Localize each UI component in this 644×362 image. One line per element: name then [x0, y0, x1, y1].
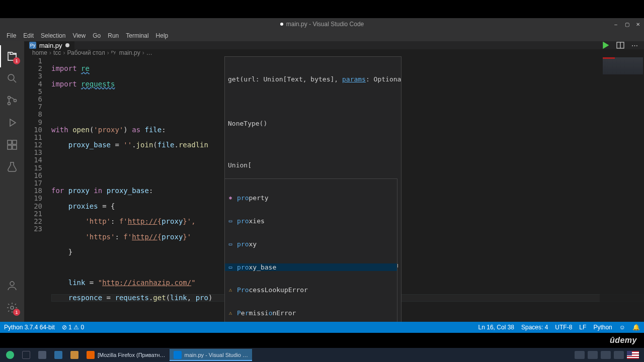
taskbar-folder[interactable] [66, 349, 83, 361]
autocomplete-item[interactable]: ⚠PermissionError [225, 309, 397, 317]
minimap[interactable] [600, 56, 644, 322]
activity-search-icon[interactable] [0, 67, 24, 89]
activity-account-icon[interactable] [0, 275, 24, 297]
status-language[interactable]: Python [593, 324, 612, 331]
python-file-icon: Py [29, 42, 36, 49]
svg-rect-5 [13, 140, 17, 144]
svg-rect-4 [8, 140, 12, 144]
autocomplete-item[interactable]: ▭proxy [225, 240, 397, 248]
editor-tabs: Py main.py ⋯ [24, 41, 644, 49]
run-button[interactable] [601, 41, 609, 49]
autocomplete-item[interactable]: ▭proxies [225, 217, 397, 225]
more-actions-button[interactable]: ⋯ [631, 42, 638, 49]
activity-debug-icon[interactable] [0, 112, 24, 134]
window-close-button[interactable]: ✕ [635, 21, 641, 27]
status-indentation[interactable]: Spaces: 4 [521, 324, 548, 331]
breadcrumbs[interactable]: home› tcc› Рабочий стол› Py main.py› … [24, 49, 644, 56]
python-file-icon: Py [111, 50, 117, 56]
svg-point-2 [8, 103, 11, 105]
menu-help[interactable]: Help [152, 32, 172, 39]
window-title: main.py - Visual Studio Code [286, 21, 364, 28]
svg-point-1 [8, 97, 11, 99]
menu-file[interactable]: File [3, 32, 20, 39]
status-feedback-icon[interactable]: ☺ [619, 324, 625, 331]
line-gutter: 123 456 789 101112 131415 161718 192021 … [24, 56, 51, 322]
breadcrumb-item[interactable]: main.py [119, 49, 140, 56]
menu-terminal[interactable]: Terminal [122, 32, 152, 39]
menubar[interactable]: File Edit Selection View Go Run Terminal… [0, 30, 644, 41]
activity-bar: 1 1 [0, 41, 24, 322]
svg-point-9 [11, 306, 14, 309]
breadcrumb-item[interactable]: tcc [53, 49, 61, 56]
svg-rect-7 [13, 145, 17, 149]
breadcrumb-item[interactable]: Рабочий стол [67, 49, 105, 56]
split-editor-button[interactable] [616, 41, 624, 49]
svg-point-0 [8, 74, 14, 80]
taskbar-files[interactable] [50, 349, 66, 361]
menu-selection[interactable]: Selection [37, 32, 69, 39]
taskbar-firefox[interactable]: [Mozilla Firefox (Приватн… [83, 349, 170, 361]
status-problems[interactable]: ⊘ 1 ⚠ 0 [62, 324, 84, 331]
code-content[interactable]: import re import requests with open('pro… [51, 56, 644, 322]
activity-explorer-icon[interactable]: 1 [0, 45, 24, 67]
status-encoding[interactable]: UTF-8 [555, 324, 572, 331]
menu-edit[interactable]: Edit [20, 32, 37, 39]
autocomplete-item[interactable]: ⚠ProcessLookupError [225, 286, 397, 294]
status-eol[interactable]: LF [579, 324, 586, 331]
udemy-watermark: ûdemy [610, 336, 637, 345]
activity-extensions-icon[interactable] [0, 134, 24, 156]
status-notifications-icon[interactable]: 🔔 [632, 324, 640, 331]
tray-icon[interactable] [601, 351, 611, 359]
tab-dirty-icon [65, 43, 69, 47]
svg-point-3 [14, 100, 17, 102]
window-maximize-button[interactable]: ▢ [624, 21, 630, 27]
activity-settings-icon[interactable]: 1 [0, 297, 24, 319]
code-editor[interactable]: 123 456 789 101112 131415 161718 192021 … [24, 56, 644, 322]
explorer-badge: 1 [13, 57, 20, 64]
menu-go[interactable]: Go [89, 32, 104, 39]
tray-icon[interactable] [575, 351, 585, 359]
taskbar-vscode[interactable]: main.py - Visual Studio … [170, 349, 252, 361]
tray-language-flag-icon[interactable] [627, 351, 639, 359]
autocomplete-item[interactable]: ▭proxy_base [225, 263, 397, 271]
tray-icon[interactable] [588, 351, 598, 359]
taskbar-app-menu[interactable] [2, 349, 18, 361]
titlebar: main.py - Visual Studio Code – ▢ ✕ [0, 18, 644, 30]
svg-point-8 [10, 282, 14, 286]
menu-view[interactable]: View [69, 32, 89, 39]
breadcrumb-item[interactable]: … [146, 49, 152, 56]
os-taskbar: [Mozilla Firefox (Приватн… main.py - Vis… [0, 348, 644, 362]
status-cursor-position[interactable]: Ln 16, Col 38 [478, 324, 514, 331]
breadcrumb-item[interactable]: home [32, 49, 47, 56]
tab-filename: main.py [39, 42, 62, 49]
activity-test-icon[interactable] [0, 156, 24, 178]
autocomplete-popup[interactable]: ✱property ▭proxies ▭proxy ▭proxy_base ⚠P… [224, 178, 397, 322]
tray-icon[interactable] [614, 351, 624, 359]
tab-main-py[interactable]: Py main.py [24, 41, 75, 49]
svg-rect-6 [8, 145, 12, 149]
activity-scm-icon[interactable] [0, 89, 24, 112]
autocomplete-item[interactable]: ✱property [225, 194, 397, 202]
menu-run[interactable]: Run [104, 32, 122, 39]
taskbar-show-desktop[interactable] [18, 349, 34, 361]
taskbar-terminal[interactable] [34, 349, 50, 361]
window-minimize-button[interactable]: – [613, 21, 619, 27]
settings-badge: 1 [13, 309, 20, 316]
status-python-interpreter[interactable]: Python 3.7.4 64-bit [4, 324, 55, 331]
modified-dot-icon [280, 23, 283, 26]
status-bar: Python 3.7.4 64-bit ⊘ 1 ⚠ 0 Ln 16, Col 3… [0, 322, 644, 333]
